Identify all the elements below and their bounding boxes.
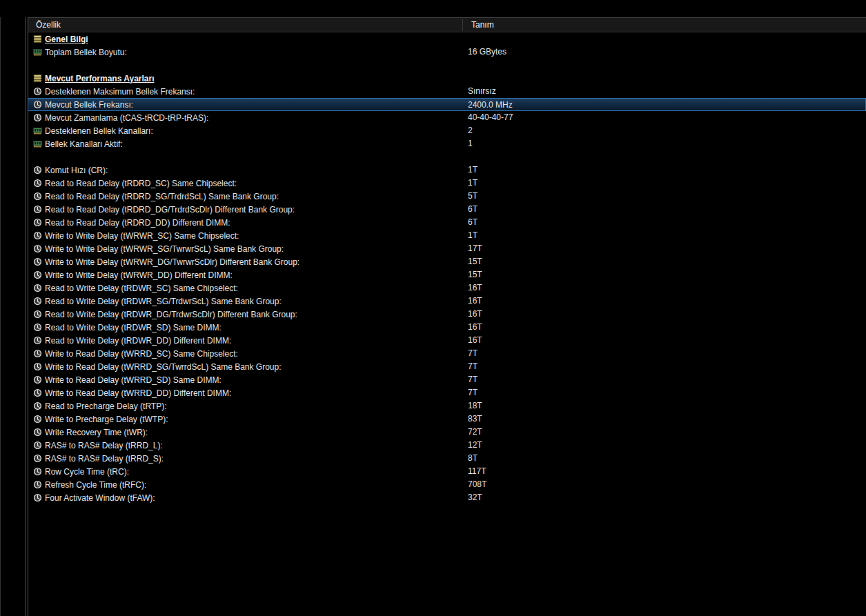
clock-icon <box>33 257 42 266</box>
property-label: Write to Read Delay (tWRRD_DD) Different… <box>45 388 231 398</box>
property-row[interactable]: Read to Read Delay (tRDRD_DD) Different … <box>28 216 866 229</box>
property-value: 40-40-40-77 <box>468 111 513 124</box>
property-value: 7T <box>468 386 478 399</box>
property-label: Refresh Cycle Time (tRFC): <box>45 480 146 490</box>
property-row[interactable]: Komut Hızı (CR): 1T <box>28 163 866 177</box>
clock-icon <box>33 375 42 384</box>
property-value: 83T <box>468 413 482 426</box>
property-label: Read to Write Delay (tRDWR_SD) Same DIMM… <box>45 323 222 332</box>
stack-icon <box>33 34 42 43</box>
property-row[interactable]: Read to Write Delay (tRDWR_DD) Different… <box>28 334 866 347</box>
property-row[interactable]: Write to Write Delay (tWRWR_DD) Differen… <box>28 268 866 281</box>
clock-icon <box>33 415 42 424</box>
property-value: 32T <box>468 491 482 504</box>
property-value: 6T <box>468 203 478 216</box>
property-label: Write to Write Delay (tWRWR_SG/TwrwrScL)… <box>45 244 284 254</box>
clock-icon <box>33 218 42 227</box>
column-resize-handle[interactable] <box>462 19 463 31</box>
property-row[interactable]: Row Cycle Time (tRC): 117T <box>28 465 866 478</box>
property-label: Write to Precharge Delay (tWTP): <box>45 415 168 424</box>
property-row[interactable]: Mevcut Zamanlama (tCAS-tRCD-tRP-tRAS): 4… <box>28 111 866 124</box>
property-row[interactable]: Write to Write Delay (tWRWR_SG/TwrwrScL)… <box>28 242 866 255</box>
property-value: 16T <box>468 321 482 334</box>
property-value: 708T <box>468 478 486 491</box>
property-label: Write to Read Delay (tWRRD_SC) Same Chip… <box>45 349 238 359</box>
property-label: Write to Read Delay (tWRRD_SG/TwrrdScL) … <box>45 362 282 372</box>
property-row[interactable]: Bellek Kanalları Aktif: 1 <box>28 137 866 150</box>
property-value: 5T <box>468 190 478 203</box>
property-row[interactable]: Read to Write Delay (tRDWR_SC) Same Chip… <box>28 281 866 295</box>
clock-icon <box>33 166 42 175</box>
property-row[interactable]: Read to Write Delay (tRDWR_SD) Same DIMM… <box>28 321 866 334</box>
property-label: Read to Write Delay (tRDWR_SC) Same Chip… <box>45 284 238 293</box>
panel-splitter[interactable] <box>25 17 26 616</box>
property-row[interactable]: Read to Read Delay (tRDRD_DG/TrdrdScDlr)… <box>28 203 866 216</box>
property-label: Read to Read Delay (tRDRD_DD) Different … <box>45 218 230 228</box>
property-row[interactable]: Read to Precharge Delay (tRTP): 18T <box>28 399 866 413</box>
clock-icon <box>33 284 42 292</box>
hwinfo-memory-window: Özellik Tanım Genel Bilgi Toplam Bellek … <box>0 0 866 616</box>
property-value: 16T <box>468 308 482 321</box>
window-left-border <box>0 17 1 616</box>
property-row[interactable]: Read to Read Delay (tRDRD_SC) Same Chips… <box>28 177 866 190</box>
property-value: 2400.0 MHz <box>468 99 513 112</box>
spacer-row <box>28 59 866 72</box>
property-label: Read to Write Delay (tRDWR_DG/TrdwrScDlr… <box>45 310 297 319</box>
property-label: Desteklenen Bellek Kanalları: <box>45 126 153 136</box>
clock-icon <box>33 297 42 306</box>
property-row[interactable]: Desteklenen Bellek Kanalları: 2 <box>28 124 866 137</box>
property-value: Sınırsız <box>468 85 496 98</box>
property-row[interactable]: Write to Read Delay (tWRRD_SD) Same DIMM… <box>28 373 866 386</box>
clock-icon <box>33 270 42 279</box>
property-row[interactable]: Write to Write Delay (tWRWR_DG/TwrwrScDl… <box>28 255 866 268</box>
property-value: 16T <box>468 295 482 308</box>
property-value: 117T <box>468 465 486 478</box>
property-value: 7T <box>468 360 478 373</box>
property-value: 1T <box>468 229 478 242</box>
property-row[interactable]: Toplam Bellek Boyutu: 16 GBytes <box>28 46 866 59</box>
property-row[interactable]: Read to Write Delay (tRDWR_SG/TrdwrScL) … <box>28 295 866 308</box>
property-label: Toplam Bellek Boyutu: <box>45 48 127 57</box>
property-row[interactable]: Four Activate Window (tFAW): 32T <box>28 491 866 504</box>
property-row[interactable]: RAS# to RAS# Delay (tRRD_L): 12T <box>28 439 866 452</box>
property-row[interactable]: Mevcut Bellek Frekansı: 2400.0 MHz <box>28 98 866 111</box>
property-label: Komut Hızı (CR): <box>45 166 108 175</box>
property-label: Read to Write Delay (tRDWR_SG/TrdwrScL) … <box>45 297 282 306</box>
property-row[interactable]: Write Recovery Time (tWR): 72T <box>28 426 866 439</box>
property-value: 15T <box>468 255 482 268</box>
memory-icon <box>33 48 42 57</box>
property-label: Read to Write Delay (tRDWR_DD) Different… <box>45 336 231 346</box>
column-header-value[interactable]: Tanım <box>471 18 494 32</box>
property-row[interactable]: Write to Read Delay (tWRRD_SC) Same Chip… <box>28 347 866 360</box>
memory-icon <box>33 126 42 135</box>
spacer-row <box>28 150 866 163</box>
property-row[interactable]: Read to Write Delay (tRDWR_DG/TrdwrScDlr… <box>28 308 866 321</box>
property-row[interactable]: Desteklenen Maksimum Bellek Frekansı: Sı… <box>28 85 866 98</box>
property-row[interactable]: Refresh Cycle Time (tRFC): 708T <box>28 478 866 491</box>
property-row[interactable]: Write to Precharge Delay (tWTP): 83T <box>28 413 866 426</box>
clock-icon <box>33 467 42 476</box>
property-label: Mevcut Bellek Frekansı: <box>45 100 133 110</box>
property-value: 2 <box>468 124 473 137</box>
property-row[interactable]: Write to Read Delay (tWRRD_DD) Different… <box>28 386 866 399</box>
property-label: Write to Write Delay (tWRWR_SC) Same Chi… <box>45 231 239 241</box>
property-value: 1 <box>468 137 473 150</box>
property-row[interactable]: Read to Read Delay (tRDRD_SG/TrdrdScL) S… <box>28 190 866 203</box>
property-value: 1T <box>468 163 478 177</box>
property-label: Mevcut Zamanlama (tCAS-tRCD-tRP-tRAS): <box>45 113 208 123</box>
property-value: 16 GBytes <box>468 46 506 59</box>
section-header-row[interactable]: Genel Bilgi <box>28 32 866 46</box>
property-label: Read to Read Delay (tRDRD_SC) Same Chips… <box>45 179 237 188</box>
property-label: Read to Read Delay (tRDRD_SG/TrdrdScL) S… <box>45 192 279 201</box>
clock-icon <box>33 336 42 345</box>
property-row[interactable]: Write to Read Delay (tWRRD_SG/TwrrdScL) … <box>28 360 866 373</box>
property-row[interactable]: RAS# to RAS# Delay (tRRD_S): 8T <box>28 452 866 465</box>
property-label: Desteklenen Maksimum Bellek Frekansı: <box>45 87 195 97</box>
column-header-property[interactable]: Özellik <box>36 18 61 32</box>
clock-icon <box>33 428 42 437</box>
section-header-row[interactable]: Mevcut Performans Ayarları <box>28 72 866 85</box>
property-value: 17T <box>468 242 482 255</box>
property-label: Read to Read Delay (tRDRD_DG/TrdrdScDlr)… <box>45 205 295 215</box>
section-title: Genel Bilgi <box>45 34 88 44</box>
property-row[interactable]: Write to Write Delay (tWRWR_SC) Same Chi… <box>28 229 866 242</box>
